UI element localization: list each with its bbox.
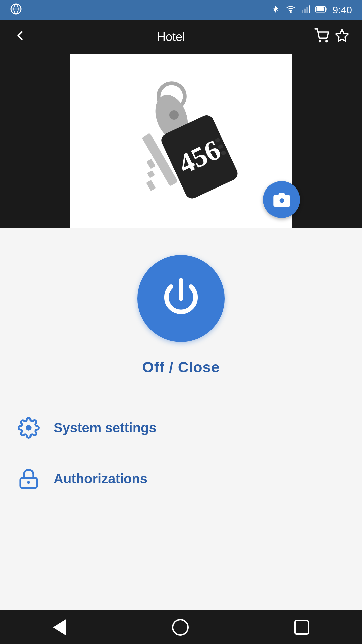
svg-rect-10 [316,7,324,11]
svg-point-31 [27,481,30,484]
svg-rect-4 [302,10,303,13]
power-button-container: Off / Close [137,255,225,376]
gear-icon [17,416,40,439]
svg-marker-13 [336,29,348,41]
hotel-key-image: 456 [111,70,251,211]
signal-icon [10,3,22,17]
svg-rect-6 [306,7,308,13]
main-content: Off / Close System settings Auth [0,228,362,504]
bluetooth-icon [271,5,280,15]
svg-point-20 [169,110,179,120]
authorizations-item[interactable]: Authorizations [17,453,345,504]
svg-rect-7 [309,5,310,13]
nav-bar [0,610,362,644]
system-settings-item[interactable]: System settings [17,402,345,453]
hero-bg-left [0,54,70,228]
hero-bg-right [292,54,362,228]
battery-icon [315,5,327,15]
svg-point-12 [326,40,327,42]
svg-rect-18 [146,180,156,191]
lock-icon [17,467,40,490]
camera-fab-button[interactable] [263,181,300,218]
nav-back-button[interactable] [53,619,66,636]
svg-rect-16 [146,159,156,169]
back-button[interactable] [10,28,30,46]
system-settings-label: System settings [54,420,157,435]
svg-rect-17 [147,170,155,178]
wifi-icon [285,5,296,15]
app-bar: Hotel [0,20,362,54]
favorite-button[interactable] [332,28,352,46]
nav-recents-button[interactable] [294,620,309,635]
status-bar-left [10,3,22,17]
power-button[interactable] [137,255,225,342]
svg-point-11 [319,40,321,42]
menu-list: System settings Authorizations [17,402,345,504]
hero-container: 456 [0,54,362,228]
page-title: Hotel [30,30,312,44]
cellular-icon [301,5,310,15]
nav-home-button[interactable] [172,619,189,636]
svg-point-29 [26,425,31,430]
hero-image-area: 456 [70,54,292,228]
power-label: Off / Close [142,359,220,376]
status-time: 9:40 [333,4,352,16]
svg-rect-5 [304,9,306,13]
status-bar: 9:40 [0,0,362,20]
status-bar-right: 9:40 [271,4,352,16]
svg-point-3 [290,11,291,13]
svg-rect-9 [325,8,327,10]
cart-button[interactable] [312,28,332,46]
authorizations-label: Authorizations [54,471,147,486]
